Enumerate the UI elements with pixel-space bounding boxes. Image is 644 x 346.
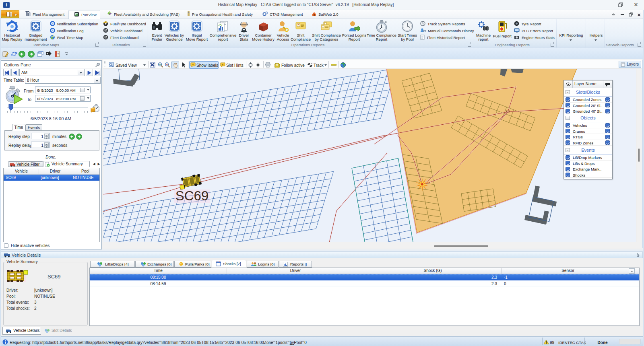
svg-text:?: ?: [57, 52, 60, 56]
svg-text:SC69: SC69: [175, 188, 209, 203]
